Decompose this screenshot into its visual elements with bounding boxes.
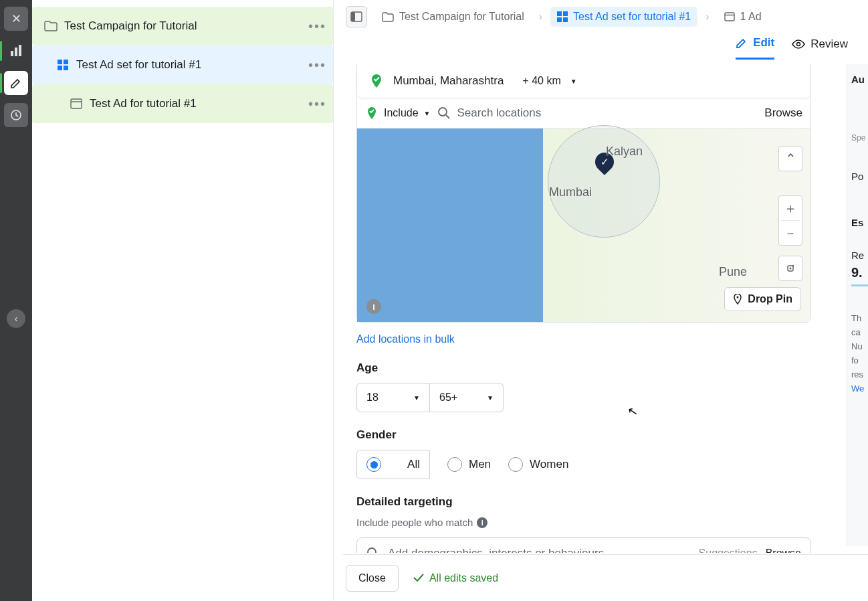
close-panel-button[interactable]: ✕ (4, 7, 28, 31)
eye-icon (792, 39, 805, 49)
svg-rect-15 (563, 17, 568, 22)
tab-edit-label: Edit (753, 36, 774, 50)
svg-rect-5 (64, 60, 68, 64)
map-info-icon[interactable]: i (366, 299, 381, 314)
map-city-label: Mumbai (549, 185, 592, 199)
breadcrumb-campaign-label: Test Campaign for Tutorial (399, 11, 524, 23)
location-card: Mumbai, Maharashtra + 40 km ▼ Include ▼ … (356, 64, 811, 323)
location-chip[interactable]: Mumbai, Maharashtra + 40 km ▼ (357, 64, 810, 98)
svg-rect-4 (58, 60, 62, 64)
gender-men-radio[interactable]: Men (447, 457, 491, 472)
tree-ad-row[interactable]: Test Ad for tutorial #1 ••• (32, 84, 333, 123)
ad-icon (724, 12, 735, 21)
clock-icon (10, 109, 22, 121)
map-zoom-controls: ＋ － (778, 195, 802, 246)
location-map[interactable]: ✓ Mumbai Kalyan Pune ⌃ ＋ － Drop Pin i (357, 128, 810, 322)
breadcrumb-ad-label: 1 Ad (740, 11, 762, 23)
location-search-input[interactable]: Search locations (437, 106, 758, 120)
include-label: Include (384, 107, 419, 119)
tree-campaign-row[interactable]: Test Campaign for Tutorial ••• (32, 7, 333, 46)
analytics-nav[interactable] (4, 39, 28, 63)
check-icon (413, 574, 424, 582)
save-status-text: All edits saved (429, 572, 498, 584)
svg-rect-6 (58, 66, 62, 70)
left-rail: ✕ ‹ (0, 0, 32, 601)
gender-label: Gender (356, 428, 868, 442)
folder-icon (44, 19, 58, 33)
gender-all-radio[interactable]: All (356, 450, 430, 479)
svg-point-25 (368, 548, 376, 553)
svg-rect-12 (557, 11, 562, 16)
more-icon[interactable]: ••• (308, 19, 326, 34)
age-max-value: 65+ (439, 392, 457, 404)
search-icon (437, 106, 451, 120)
breadcrumb-ad[interactable]: 1 Ad (718, 7, 768, 27)
right-side-panel: Au Spe Po Es Re 9. Th ca Nu fo res We (847, 64, 868, 546)
campaign-tree: Test Campaign for Tutorial ••• Test Ad s… (32, 7, 333, 123)
ad-icon (70, 97, 83, 110)
editor-panel: Mumbai, Maharashtra + 40 km ▼ Include ▼ … (346, 64, 868, 553)
collapse-rail-button[interactable]: ‹ (7, 309, 25, 328)
more-icon[interactable]: ••• (308, 96, 326, 112)
age-min-select[interactable]: 18 ▼ (356, 383, 430, 412)
caret-down-icon[interactable]: ▼ (570, 78, 577, 85)
svg-rect-16 (725, 13, 734, 21)
svg-rect-1 (15, 48, 17, 56)
add-locations-bulk-link[interactable]: Add locations in bulk (356, 333, 455, 345)
targeting-search-input[interactable]: Add demographics, interests or behaviour… (356, 537, 811, 553)
suggestions-button[interactable]: Suggestions (699, 547, 758, 553)
caret-down-icon: ▼ (413, 394, 420, 402)
map-recenter-button[interactable] (778, 256, 802, 281)
search-icon (366, 547, 380, 553)
more-icon[interactable]: ••• (308, 58, 326, 73)
location-check-icon (369, 74, 384, 88)
detailed-targeting-label: Detailed targeting (356, 495, 868, 509)
chevron-right-icon: › (706, 11, 709, 23)
svg-rect-8 (71, 99, 82, 108)
map-city-label: Kalyan (606, 145, 643, 159)
location-search-row: Include ▼ Search locations Browse (357, 98, 810, 128)
tree-campaign-label: Test Campaign for Tutorial (64, 19, 308, 33)
gender-women-label: Women (530, 458, 568, 471)
drop-pin-button[interactable]: Drop Pin (724, 287, 801, 311)
adset-icon (557, 11, 568, 22)
caret-down-icon: ▼ (424, 110, 431, 117)
info-icon[interactable]: i (477, 517, 487, 528)
browse-targeting-button[interactable]: Browse (766, 547, 801, 553)
pencil-icon (10, 77, 22, 89)
gender-women-radio[interactable]: Women (508, 457, 568, 472)
svg-line-20 (446, 115, 449, 118)
history-nav[interactable] (4, 103, 28, 127)
zoom-in-button[interactable]: ＋ (779, 196, 802, 220)
drop-pin-label: Drop Pin (748, 293, 792, 305)
tree-ad-label: Test Ad for tutorial #1 (90, 97, 308, 110)
breadcrumb-adset[interactable]: Test Ad set for tutorial #1 (550, 7, 697, 27)
include-dropdown[interactable]: Include ▼ (365, 106, 431, 120)
pin-icon (733, 294, 742, 305)
map-radius-circle (548, 125, 660, 238)
gender-all-label: All (407, 458, 420, 471)
tree-adset-label: Test Ad set for tutorial #1 (76, 58, 308, 72)
svg-rect-13 (563, 11, 568, 16)
search-placeholder: Search locations (457, 106, 542, 120)
svg-point-22 (790, 268, 792, 270)
svg-rect-7 (64, 66, 68, 70)
crosshair-icon (784, 262, 796, 274)
panel-toggle-button[interactable] (346, 6, 367, 27)
age-min-value: 18 (366, 392, 378, 404)
age-label: Age (356, 361, 868, 375)
tab-edit[interactable]: Edit (736, 36, 774, 60)
map-city-label: Pune (719, 265, 747, 279)
zoom-out-button[interactable]: － (779, 221, 802, 245)
edit-nav[interactable] (4, 71, 28, 95)
tabs: Edit Review (334, 33, 868, 62)
browse-locations-button[interactable]: Browse (764, 106, 802, 120)
tab-review[interactable]: Review (792, 37, 848, 59)
breadcrumb-campaign[interactable]: Test Campaign for Tutorial (375, 7, 531, 27)
tree-adset-row[interactable]: Test Ad set for tutorial #1 ••• (32, 46, 333, 84)
close-button[interactable]: Close (346, 565, 399, 592)
svg-point-19 (439, 108, 447, 116)
map-collapse-button[interactable]: ⌃ (778, 146, 802, 171)
age-max-select[interactable]: 65+ ▼ (430, 383, 504, 412)
location-radius: + 40 km (522, 75, 560, 87)
